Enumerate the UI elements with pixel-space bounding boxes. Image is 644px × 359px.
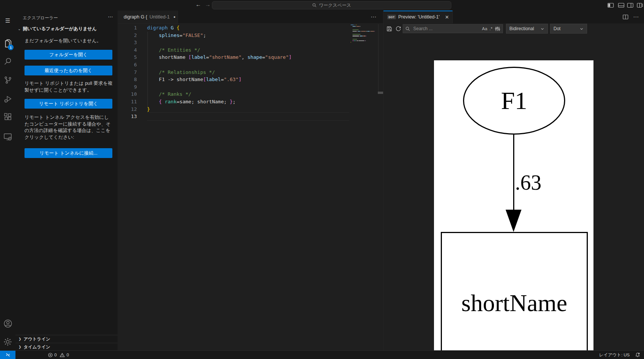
minimap-line: [351, 29, 377, 30]
layout-status[interactable]: レイアウト: US: [599, 352, 630, 358]
timeline-label: タイムライン: [24, 344, 51, 350]
more-actions-icon[interactable]: ⋯: [633, 14, 639, 20]
minimap[interactable]: [351, 25, 377, 45]
node-label: F1: [501, 86, 527, 115]
search-icon: [405, 26, 410, 31]
minimap-line: [351, 25, 377, 25]
sidebar-item-run-debug[interactable]: [0, 91, 15, 106]
run-debug-icon: [3, 94, 12, 103]
line-number: 9: [118, 83, 137, 91]
code-line[interactable]: F1 -> shortName[label=".63"]: [147, 76, 349, 83]
code-line[interactable]: [147, 113, 349, 120]
open-recent-button[interactable]: 最近使ったものを開く: [25, 66, 112, 75]
command-center-search[interactable]: ワークスペース: [212, 1, 451, 9]
settings-gear-icon[interactable]: [0, 334, 15, 349]
chevron-right-icon: ❯: [18, 337, 21, 341]
tab-untitled-dot-file[interactable]: digraph G { Untitled-1 ●: [118, 11, 178, 23]
code-line[interactable]: [147, 39, 349, 46]
code-line[interactable]: /* Relationships */: [147, 69, 349, 76]
chevron-down-icon: [580, 27, 584, 31]
error-count: 0: [54, 353, 57, 357]
sidebar-item-search[interactable]: [0, 54, 15, 69]
code-line[interactable]: /* Entities */: [147, 46, 349, 54]
warning-count: 0: [66, 353, 69, 357]
remote-indicator[interactable]: [0, 351, 15, 359]
outline-label: アウトライン: [24, 336, 51, 342]
code-lines[interactable]: digraph G { splines="FALSE"; /* Entities…: [147, 24, 349, 120]
code-line[interactable]: shortName [label="shortName", shape="squ…: [147, 54, 349, 61]
sidebar-item-source-control[interactable]: [0, 72, 15, 87]
sidebar-item-extensions[interactable]: [0, 109, 15, 124]
modified-dot-icon[interactable]: ●: [173, 15, 175, 19]
chevron-down-icon: ⌄: [18, 27, 21, 31]
minimap-line: [351, 40, 377, 41]
search-options-icon[interactable]: [495, 26, 500, 32]
forward-icon[interactable]: →: [204, 1, 212, 8]
customize-layout-icon[interactable]: [637, 2, 643, 8]
back-icon[interactable]: ←: [194, 1, 202, 8]
toggle-panel-icon[interactable]: [618, 2, 624, 8]
code-line[interactable]: [147, 83, 349, 91]
search-icon: [3, 57, 12, 66]
error-icon: [48, 353, 53, 357]
engine-value: Dot: [554, 26, 561, 31]
open-remote-repository-button[interactable]: リモート リポジトリを開く: [25, 99, 112, 109]
engine-select[interactable]: Dot: [550, 24, 587, 34]
minimap-line: [351, 43, 377, 44]
search-input[interactable]: [412, 26, 480, 32]
menu-icon[interactable]: ☰: [0, 13, 15, 28]
direction-value: Bidirectional: [509, 26, 534, 31]
editor-group-code: digraph G { Untitled-1 ● ⋯ 1234567891011…: [118, 11, 383, 351]
preview-content[interactable]: F1 .63 shortName: [383, 34, 644, 351]
editor-more-actions-icon[interactable]: ⋯: [371, 14, 376, 20]
chevron-down-icon: [540, 27, 544, 31]
explorer-badge: 1: [8, 44, 14, 50]
preview-toolbar: Aa .* Bidirectional Dot: [383, 23, 644, 34]
code-line[interactable]: { rank=same; shortName; };: [147, 98, 349, 106]
remote-repo-message: リモート リポジトリまたは pull 要求を複製せずに開くことができます。: [25, 80, 113, 94]
no-folder-section-header[interactable]: ⌄ 開いているフォルダーがありません: [18, 26, 97, 32]
hamburger-icon: ☰: [5, 17, 10, 24]
preview-tab-bar: DOT Preview: 'Untitled-1' ✕ ⋯: [383, 11, 644, 24]
sidebar-item-remote-explorer[interactable]: [0, 129, 15, 144]
timeline-section-header[interactable]: ❯ タイムライン: [15, 343, 118, 351]
problems-status[interactable]: 0 0: [48, 351, 69, 359]
line-number: 13: [118, 113, 137, 120]
search-icon: [312, 3, 317, 8]
graph-edge: [513, 135, 514, 210]
code-line[interactable]: [147, 61, 349, 69]
tab-preview[interactable]: DOT Preview: 'Untitled-1' ✕: [383, 11, 453, 23]
graphviz-canvas[interactable]: F1 .63 shortName: [434, 60, 593, 359]
status-bar: 0 0 レイアウト: US: [0, 350, 644, 359]
regex-icon[interactable]: .*: [489, 26, 492, 31]
close-icon[interactable]: ✕: [445, 14, 449, 20]
editor-tab-bar: digraph G { Untitled-1 ● ⋯: [118, 11, 383, 24]
graph-node-ellipse[interactable]: F1: [463, 67, 565, 135]
outline-section-header[interactable]: ❯ アウトライン: [15, 335, 118, 343]
graph-node-square[interactable]: shortName: [441, 232, 588, 359]
notifications-bell-icon[interactable]: [635, 352, 640, 357]
section-header-label: 開いているフォルダーがありません: [23, 26, 97, 32]
direction-select[interactable]: Bidirectional: [506, 24, 548, 34]
match-case-icon[interactable]: Aa: [482, 26, 487, 31]
code-line[interactable]: }: [147, 106, 349, 113]
line-number: 7: [118, 69, 137, 76]
editor-scrollbar[interactable]: [378, 24, 379, 94]
code-line[interactable]: splines="FALSE";: [147, 32, 349, 39]
code-editor[interactable]: 12345678910111213 digraph G { splines="F…: [118, 23, 383, 351]
scrollbar-knob[interactable]: [378, 92, 383, 94]
remote-explorer-icon: [3, 132, 12, 141]
account-icon[interactable]: [0, 316, 15, 331]
sidebar-more-actions-icon[interactable]: ⋯: [108, 14, 113, 20]
split-editor-icon[interactable]: [623, 14, 629, 20]
toggle-secondary-sidebar-icon[interactable]: [627, 2, 633, 8]
code-line[interactable]: digraph G {: [147, 24, 349, 32]
reload-icon[interactable]: [395, 26, 402, 32]
open-folder-button[interactable]: フォルダーを開く: [25, 50, 112, 60]
toggle-sidebar-icon[interactable]: [607, 2, 614, 8]
remote-icon: [5, 352, 11, 357]
save-icon[interactable]: [386, 26, 393, 32]
code-line[interactable]: /* Ranks */: [147, 91, 349, 98]
sidebar-item-explorer[interactable]: 1: [0, 36, 15, 51]
connect-tunnel-button[interactable]: リモート トンネルに接続...: [25, 148, 112, 158]
